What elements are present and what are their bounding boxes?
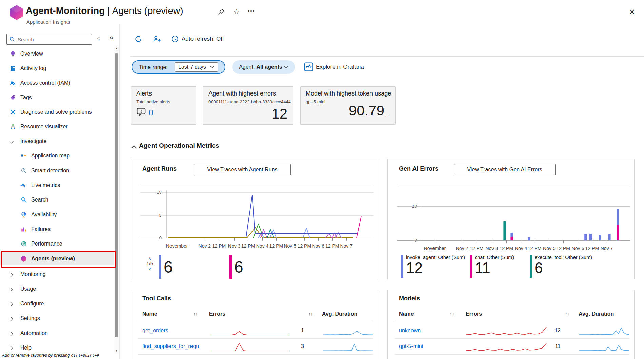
feedback-icon[interactable] [153, 35, 161, 43]
x-axis-tick [549, 241, 549, 243]
sidebar-item-label: Diagnose and solve problems [20, 106, 92, 119]
scrollbar-thumb[interactable] [115, 53, 118, 337]
explore-grafana-link[interactable]: Explore in Grafana [316, 60, 364, 74]
sidebar-group-investigate[interactable]: Investigate [0, 135, 114, 148]
x-axis-tick [435, 241, 435, 243]
header-divider [138, 321, 373, 321]
auto-refresh-clock-icon[interactable] [170, 35, 179, 43]
sidebar-item-label: Resource visualizer [20, 120, 68, 133]
x-axis-tick [477, 241, 477, 243]
collapse-section-icon[interactable] [131, 145, 137, 149]
favorites-hint-text: Add or remove favorites by pressing [2, 353, 71, 358]
column-header-name[interactable]: Name [142, 309, 157, 319]
scrollbar-up-arrow[interactable]: ▲ [114, 47, 119, 50]
sort-icon[interactable]: ↑↓ [450, 309, 454, 319]
search-icon [9, 36, 15, 42]
sidebar-item-agents-preview[interactable]: Agents (preview) [0, 252, 114, 265]
sidebar-item-live-metrics[interactable]: Live metrics [0, 179, 114, 192]
column-header-errors[interactable]: Errors [209, 309, 225, 319]
sidebar-item-activity-log[interactable]: Activity log [0, 62, 114, 75]
agent-filter-pill[interactable]: Agent: All agents [232, 60, 295, 74]
sidebar-group-monitoring[interactable]: Monitoring [0, 268, 114, 281]
sidebar-item-resource-visualizer[interactable]: Resource visualizer [0, 120, 114, 133]
x-tick-label: November [166, 243, 188, 249]
x-tick-label: 12 PM [212, 243, 226, 249]
highest-errors-card[interactable]: Agent with highest errors 00001111-aaaa-… [203, 86, 293, 125]
sidebar-group-configure[interactable]: Configure [0, 297, 114, 310]
activity-log-icon [9, 65, 16, 72]
token-value: 90.79 [349, 103, 384, 119]
table-row: get_orders 1 [131, 323, 378, 338]
sidebar-scrollbar[interactable]: ▲ ▼ [114, 45, 119, 354]
x-axis-tick [535, 241, 535, 243]
column-header-errors[interactable]: Errors [466, 309, 482, 319]
legend-page-down-icon[interactable]: ∨ [145, 267, 155, 271]
sidebar-group-usage[interactable]: Usage [0, 282, 114, 295]
more-options-icon[interactable]: … [247, 5, 255, 14]
model-name-link[interactable]: gpt-5-mini [399, 339, 423, 354]
legend-item[interactable]: chat: Other (Sum) 11 [470, 255, 514, 278]
legend-item[interactable]: 6 [229, 255, 243, 279]
sidebar-item-failures[interactable]: Failures [0, 223, 114, 236]
chevron-down-icon [210, 66, 214, 68]
alerts-card[interactable]: Alerts Total active alerts 0 [131, 86, 196, 125]
chart-bar-teal [503, 221, 506, 240]
legend-item[interactable]: execute_tool: Other (Sum) 6 [530, 255, 592, 278]
card-title: Model with highest token usage [306, 90, 391, 97]
model-name-link[interactable]: unknown [399, 323, 421, 338]
tool-name-link[interactable]: find_suppliers_for_requ [142, 339, 199, 354]
sidebar-group-automation[interactable]: Automation [0, 327, 114, 340]
column-header-duration[interactable]: Avg. Duration [322, 309, 357, 319]
tool-name-link[interactable]: get_orders [142, 323, 168, 338]
grafana-icon [304, 62, 313, 71]
sidebar-group-settings[interactable]: Settings [0, 312, 114, 325]
sidebar-item-label: Agents (preview) [31, 252, 75, 265]
sidebar-item-diagnose[interactable]: Diagnose and solve problems [0, 106, 114, 119]
x-axis-tick [234, 238, 235, 241]
x-axis-tick [462, 241, 462, 243]
column-header-duration[interactable]: Avg. Duration [579, 309, 614, 319]
legend-color-bar [470, 255, 472, 278]
legend-value: 6 [535, 260, 592, 276]
tag-icon [9, 94, 16, 101]
close-icon[interactable]: × [629, 6, 635, 18]
sidebar-item-search[interactable]: Search [0, 193, 114, 206]
bars-icon [20, 226, 27, 233]
legend-page-up-icon[interactable]: ∧ [145, 256, 155, 261]
people-icon [9, 80, 16, 86]
sidebar-search-input[interactable] [17, 35, 90, 44]
sort-icon[interactable]: ↑↓ [565, 309, 569, 319]
pin-icon[interactable] [218, 8, 225, 16]
auto-refresh-label[interactable]: Auto refresh: Off [182, 34, 224, 44]
sidebar-group-help[interactable]: Help [0, 341, 114, 354]
sidebar-item-performance[interactable]: Performance [0, 237, 114, 250]
sidebar-item-label: Configure [20, 297, 44, 310]
sidebar-item-access-control[interactable]: Access control (IAM) [0, 77, 114, 89]
sidebar-item-availability[interactable]: Availability [0, 208, 114, 221]
table-header-row: Name ↑↓ Errors ↑↓ Avg. Duration [131, 309, 378, 319]
sidebar-item-application-map[interactable]: Application map [0, 149, 114, 162]
legend-item[interactable]: 6 [159, 255, 173, 279]
sort-icon[interactable]: ↑↓ [308, 309, 313, 319]
sidebar-item-overview[interactable]: Overview [0, 47, 114, 60]
highest-token-usage-card[interactable]: Model with highest token usage gpt-5-min… [300, 86, 396, 125]
sidebar-item-smart-detection[interactable]: Smart detection [0, 164, 114, 177]
sidebar-item-tags[interactable]: Tags [0, 91, 114, 104]
collapse-sidebar-icon[interactable]: « [110, 34, 114, 41]
expand-collapse-all-icon[interactable]: ◇ [97, 36, 100, 41]
time-range-pill[interactable]: Time range: Last 7 days [132, 60, 225, 74]
time-range-select[interactable]: Last 7 days [175, 62, 218, 72]
x-tick-label: Nov 4 [515, 246, 527, 251]
legend-item[interactable]: invoke_agent: Other (Sum) 12 [401, 255, 465, 278]
sort-icon[interactable]: ↑↓ [193, 309, 198, 319]
agent-runs-panel: Agent Runs View Traces with Agent Runs 1… [131, 159, 378, 279]
chart-bar-blue [528, 237, 530, 240]
refresh-icon[interactable] [134, 35, 143, 43]
favorite-star-icon[interactable]: ☆ [233, 7, 240, 16]
column-header-name[interactable]: Name [399, 309, 414, 319]
alerts-count[interactable]: 0 [149, 108, 153, 118]
card-subtitle: 00001111-aaaa-2222-bbbb-3333cccc4444 [208, 99, 291, 104]
sidebar-item-label: Monitoring [20, 268, 46, 281]
table-header-row: Name ↑↓ Errors ↑↓ Avg. Duration [388, 309, 635, 319]
scrollbar-down-arrow[interactable]: ▼ [114, 349, 119, 352]
